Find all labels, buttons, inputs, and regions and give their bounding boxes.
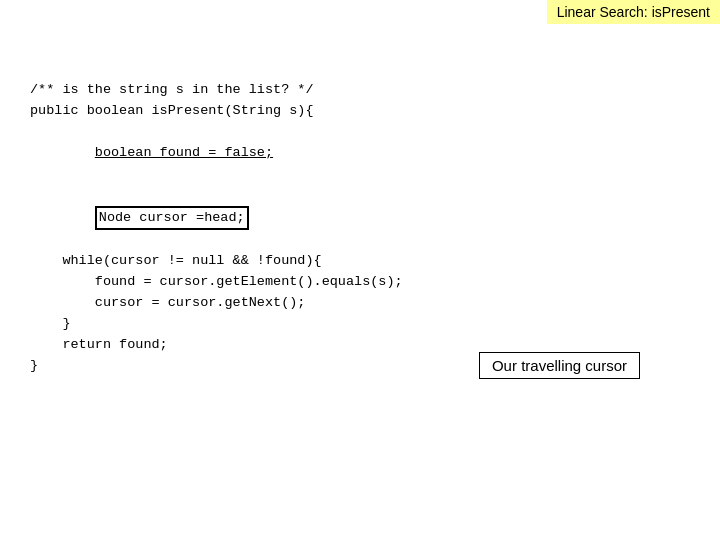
title-badge: Linear Search: isPresent — [547, 0, 720, 24]
code-found-underline: boolean found = false; — [95, 145, 273, 160]
travelling-cursor-label: Our travelling cursor — [479, 352, 640, 379]
code-cursor-highlight: Node cursor =head; — [95, 206, 249, 231]
code-line-4: Node cursor =head; — [30, 185, 403, 252]
code-line-5: while(cursor != null && !found){ — [30, 251, 403, 272]
code-line-2: public boolean isPresent(String s){ — [30, 101, 403, 122]
code-line-7: cursor = cursor.getNext(); — [30, 293, 403, 314]
code-block: /** is the string s in the list? */ publ… — [30, 80, 403, 377]
code-line-1: /** is the string s in the list? */ — [30, 80, 403, 101]
code-line-8: } — [30, 314, 403, 335]
code-line-6: found = cursor.getElement().equals(s); — [30, 272, 403, 293]
code-line-10: } — [30, 356, 403, 377]
code-line-9: return found; — [30, 335, 403, 356]
code-line-3: boolean found = false; — [30, 122, 403, 185]
